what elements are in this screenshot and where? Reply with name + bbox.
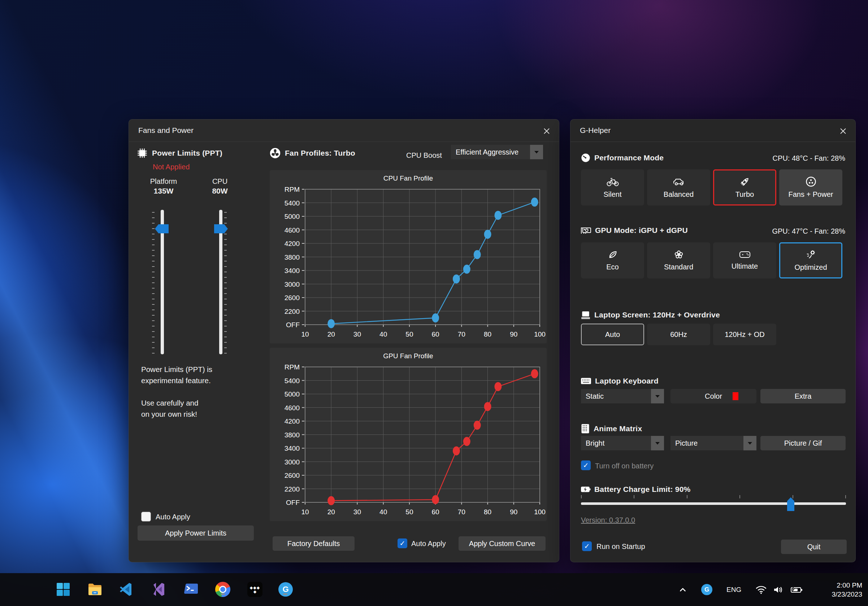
close-icon[interactable] <box>540 125 553 138</box>
screen-button-120hz-od[interactable]: 120Hz + OD <box>713 324 776 345</box>
matrix-brightness-dropdown[interactable]: Bright <box>581 436 664 450</box>
cpu-boost-value: Efficient Aggressive <box>451 148 530 157</box>
svg-text:2200: 2200 <box>285 485 300 493</box>
vscode-icon[interactable] <box>118 581 134 597</box>
turn-off-on-battery-label: Turn off on battery <box>595 462 654 470</box>
mode-button-label: Ultimate <box>732 262 758 271</box>
apply-custom-curve-button[interactable]: Apply Custom Curve <box>459 536 546 551</box>
mode-button-turbo[interactable]: Turbo <box>713 169 776 206</box>
run-on-startup-label: Run on Startup <box>597 542 645 551</box>
window-title: G-Helper <box>580 126 611 135</box>
flower-icon <box>674 250 684 260</box>
svg-text:10: 10 <box>301 330 309 338</box>
window-title: Fans and Power <box>138 126 194 135</box>
file-explorer-icon[interactable] <box>87 581 103 597</box>
gpu-temp-fan-status: GPU: 47°C - Fan: 28% <box>772 227 845 236</box>
dropdown-arrow-icon[interactable] <box>651 389 664 403</box>
tray-g-helper-icon[interactable]: G <box>701 573 712 606</box>
fans-titlebar[interactable]: Fans and Power <box>129 119 559 142</box>
language-indicator[interactable]: ENG <box>727 573 741 606</box>
svg-text:60: 60 <box>432 330 439 338</box>
battery-slider-handle[interactable] <box>787 497 794 511</box>
ghelper-titlebar[interactable]: G-Helper <box>570 119 856 142</box>
power-auto-apply-label: Auto Apply <box>156 513 190 521</box>
quit-button[interactable]: Quit <box>781 539 847 554</box>
power-auto-apply-checkbox[interactable] <box>141 512 151 521</box>
chrome-icon[interactable] <box>215 581 231 597</box>
speaker-icon[interactable] <box>773 573 784 606</box>
dropdown-arrow-icon[interactable] <box>743 436 756 450</box>
svg-text:3400: 3400 <box>285 445 300 452</box>
power-limits-title: Power Limits (PPT) <box>152 149 222 158</box>
g-helper-app-icon[interactable]: G <box>277 581 293 597</box>
cpu-fan-chart[interactable]: RPM540050004600420038003400300026002200O… <box>270 170 547 343</box>
screen-button-60hz[interactable]: 60Hz <box>647 324 710 345</box>
gpu-button-standard[interactable]: Standard <box>647 242 710 279</box>
svg-text:80: 80 <box>484 330 491 338</box>
battery-limit-title: Battery Charge Limit: 90% <box>594 485 690 494</box>
platform-slider-handle[interactable] <box>155 224 169 233</box>
mode-button-silent[interactable]: Silent <box>581 169 644 206</box>
svg-text:50: 50 <box>406 508 413 516</box>
keyboard-color-button[interactable]: Color <box>671 389 756 403</box>
close-icon[interactable] <box>837 125 849 138</box>
cpu-boost-label: CPU Boost <box>406 151 442 160</box>
matrix-mode-dropdown[interactable]: Picture <box>671 436 756 450</box>
screen-button-auto[interactable]: Auto <box>581 324 644 345</box>
apply-power-limits-button[interactable]: Apply Power Limits <box>138 525 254 541</box>
svg-text:5000: 5000 <box>285 391 300 398</box>
gpu-button-eco[interactable]: Eco <box>581 242 644 279</box>
turn-off-on-battery-checkbox[interactable]: ✓ <box>581 460 591 470</box>
version-link[interactable]: Version: 0.37.0.0 <box>581 516 635 524</box>
svg-text:2200: 2200 <box>285 308 300 315</box>
mode-button-balanced[interactable]: Balanced <box>647 169 710 206</box>
tray-chevron[interactable] <box>678 573 687 606</box>
keyboard-mode-dropdown[interactable]: Static <box>581 389 664 403</box>
dropdown-arrow-icon[interactable] <box>530 145 543 159</box>
wifi-icon[interactable] <box>755 573 767 606</box>
fans-and-power-window: Fans and Power Power Limits (PPT) Not Ap… <box>129 119 559 562</box>
battery-slider[interactable] <box>581 502 846 505</box>
battery-tray-icon[interactable] <box>790 573 803 606</box>
cpu-fan-chart-panel: CPU Fan Profile RPM540050004600420038003… <box>270 170 547 343</box>
laptop-screen-header: Laptop Screen: 120Hz + Overdrive <box>581 310 720 319</box>
clock[interactable]: 2:00 PM 3/23/2023 <box>832 573 862 606</box>
mode-button-fans-power[interactable]: Fans + Power <box>779 169 842 206</box>
svg-text:RPM: RPM <box>285 186 300 193</box>
svg-text:100: 100 <box>534 330 546 338</box>
performance-mode-title: Performance Mode <box>594 153 663 162</box>
svg-text:OFF: OFF <box>286 321 300 329</box>
cpu-boost-dropdown[interactable]: Efficient Aggressive <box>451 145 543 159</box>
gpu-button-ultimate[interactable]: Ultimate <box>713 242 776 279</box>
mode-button-label: Standard <box>664 263 693 271</box>
visual-studio-icon[interactable] <box>151 581 167 597</box>
svg-text:40: 40 <box>380 508 387 516</box>
time: 2:00 PM <box>832 581 862 590</box>
gpu-mode-title: GPU Mode: iGPU + dGPU <box>595 226 688 235</box>
svg-text:3000: 3000 <box>285 458 300 466</box>
svg-text:90: 90 <box>510 508 518 516</box>
desktop: Fans and Power Power Limits (PPT) Not Ap… <box>0 0 868 606</box>
gauge-icon <box>581 153 591 163</box>
dropdown-arrow-icon[interactable] <box>651 436 664 450</box>
keyboard-extra-button[interactable]: Extra <box>760 389 846 403</box>
tidal-icon[interactable]: ◆◆◆ ◆ <box>247 581 263 597</box>
gpu-button-optimized[interactable]: Optimized <box>779 242 842 279</box>
curve-auto-apply-checkbox[interactable]: ✓ <box>398 538 407 548</box>
terminal-icon[interactable] <box>183 581 199 597</box>
run-on-startup-checkbox[interactable]: ✓ <box>582 541 592 551</box>
gpu-fan-chart[interactable]: RPM540050004600420038003400300026002200O… <box>270 348 547 521</box>
platform-slider-ticks <box>152 212 155 353</box>
start-button[interactable] <box>55 581 71 597</box>
cpu-slider-ticks <box>224 212 227 353</box>
svg-text:2600: 2600 <box>285 294 300 302</box>
factory-defaults-button[interactable]: Factory Defaults <box>273 536 355 551</box>
svg-text:70: 70 <box>458 508 465 516</box>
matrix-picture-gif-button[interactable]: Picture / Gif <box>760 436 846 450</box>
svg-text:30: 30 <box>353 508 361 516</box>
curve-auto-apply-label: Auto Apply <box>411 539 446 548</box>
bicycle-icon <box>607 176 619 187</box>
power-limits-status: Not Applied <box>153 163 189 171</box>
battery-limit-header: Battery Charge Limit: 90% <box>581 485 690 494</box>
mode-button-label: Silent <box>603 190 622 198</box>
